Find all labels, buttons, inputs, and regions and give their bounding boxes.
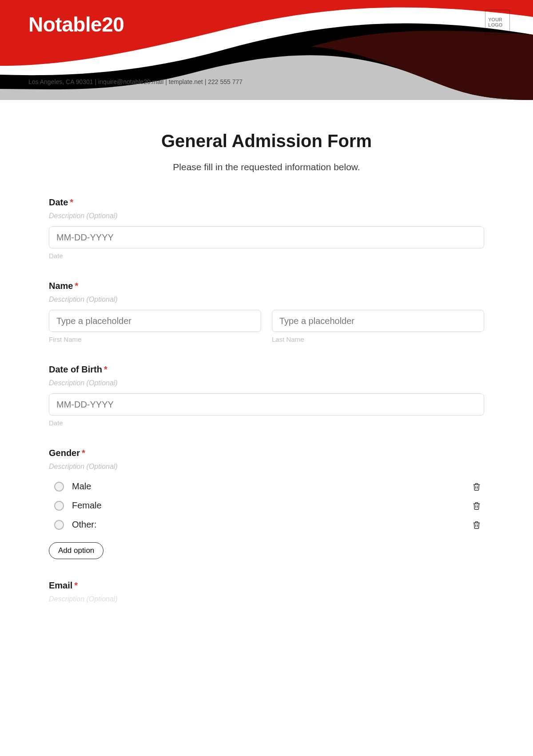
field-name: Name* Description (Optional) First Name …	[49, 281, 484, 343]
radio-icon[interactable]	[54, 482, 64, 492]
name-label: Name*	[49, 281, 484, 291]
required-star: *	[75, 281, 78, 291]
first-name-input[interactable]	[49, 310, 261, 332]
gender-option-label: Female	[72, 500, 472, 511]
email-label: Email*	[49, 580, 484, 591]
radio-icon[interactable]	[54, 520, 64, 530]
dob-label: Date of Birth*	[49, 364, 484, 375]
dob-sublabel: Date	[49, 419, 484, 427]
gender-option-other[interactable]: Other:	[49, 515, 484, 534]
field-email: Email* Description (Optional)	[49, 580, 484, 603]
required-star: *	[74, 580, 78, 590]
gender-description[interactable]: Description (Optional)	[49, 463, 484, 471]
last-name-input[interactable]	[272, 310, 484, 332]
gender-option-label: Male	[72, 481, 472, 492]
required-star: *	[104, 364, 107, 374]
gender-option-male[interactable]: Male	[49, 477, 484, 496]
required-star: *	[82, 448, 85, 458]
gender-option-female[interactable]: Female	[49, 496, 484, 515]
required-star: *	[70, 197, 73, 207]
first-name-sublabel: First Name	[49, 336, 261, 343]
gender-option-label: Other:	[72, 520, 472, 530]
name-label-text: Name	[49, 281, 73, 291]
logo-line2: LOGO	[488, 22, 509, 28]
trash-icon[interactable]	[472, 501, 481, 511]
dob-label-text: Date of Birth	[49, 364, 102, 374]
form-subtitle: Please fill in the requested information…	[49, 162, 484, 172]
email-description[interactable]: Description (Optional)	[49, 595, 484, 603]
date-input[interactable]	[49, 226, 484, 248]
date-label-text: Date	[49, 197, 68, 207]
form-title: General Admission Form	[49, 131, 484, 151]
form-container: General Admission Form Please fill in th…	[0, 100, 533, 627]
logo-line1: YOUR	[488, 17, 509, 22]
field-date: Date* Description (Optional) Date	[49, 197, 484, 260]
name-description[interactable]: Description (Optional)	[49, 296, 484, 304]
field-gender: Gender* Description (Optional) Male Fema…	[49, 448, 484, 559]
brand-title: Notable20	[28, 12, 124, 36]
trash-icon[interactable]	[472, 520, 481, 530]
field-dob: Date of Birth* Description (Optional) Da…	[49, 364, 484, 427]
logo-placeholder: YOUR LOGO	[485, 10, 510, 35]
radio-icon[interactable]	[54, 501, 64, 511]
add-option-button[interactable]: Add option	[49, 542, 103, 559]
date-description[interactable]: Description (Optional)	[49, 212, 484, 220]
gender-label: Gender*	[49, 448, 484, 458]
dob-description[interactable]: Description (Optional)	[49, 379, 484, 387]
last-name-sublabel: Last Name	[272, 336, 484, 343]
trash-icon[interactable]	[472, 482, 481, 492]
date-label: Date*	[49, 197, 484, 208]
gender-label-text: Gender	[49, 448, 80, 458]
header-banner: Notable20 YOUR LOGO Los Angeles, CA 9030…	[0, 0, 533, 100]
contact-info: Los Angeles, CA 90301 | inquire@notable2…	[28, 78, 243, 85]
dob-input[interactable]	[49, 393, 484, 416]
date-sublabel: Date	[49, 252, 484, 260]
email-label-text: Email	[49, 580, 72, 590]
